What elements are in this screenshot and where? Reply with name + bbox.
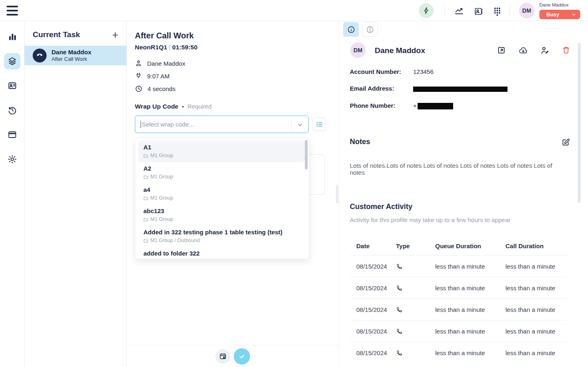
task-timer: 01:59:50	[172, 44, 197, 51]
add-task-button[interactable]	[111, 31, 119, 39]
dropdown-scrollbar[interactable]	[305, 140, 308, 169]
col-type: Type	[396, 242, 435, 249]
top-bar: DM Dane Maddox Busy	[0, 0, 588, 21]
notes-title: Notes	[350, 138, 370, 146]
customer-name: Dane Maddox	[375, 46, 425, 55]
list-icon	[315, 120, 323, 128]
cell-call-duration: less than a minute	[505, 306, 566, 313]
open-profile-button[interactable]	[497, 46, 506, 55]
table-row[interactable]: 08/15/2024 less than a minute less than …	[350, 277, 566, 298]
status-dropdown-button[interactable]: Busy	[539, 10, 580, 19]
user-avatar[interactable]: DM	[519, 3, 534, 18]
activity-table: Date Type Queue Duration Call Duration 0…	[350, 237, 566, 363]
left-rail	[0, 21, 25, 367]
wrap-code-option[interactable]: Added in 322 testing phase 1 table testi…	[139, 226, 305, 247]
sidebar-item-contacts[interactable]	[4, 78, 20, 94]
wrap-code-option[interactable]: abc123 M1 Group	[139, 205, 305, 226]
complete-task-button[interactable]	[234, 348, 250, 365]
plus-icon	[111, 31, 119, 39]
panel-scrollbar[interactable]	[336, 185, 338, 203]
contacts-button[interactable]	[473, 6, 484, 17]
table-row[interactable]: 08/15/2024 less than a minute less than …	[350, 342, 566, 363]
wrap-code-option[interactable]: A1 M1 Group	[139, 141, 305, 162]
required-label: Required	[188, 103, 212, 110]
phone-icon	[396, 285, 435, 291]
download-profile-button[interactable]	[519, 46, 528, 55]
table-row[interactable]: 08/15/2024 less than a minute less than …	[350, 298, 566, 320]
table-header-row: Date Type Queue Duration Call Duration	[350, 237, 566, 255]
tab-insights[interactable]	[362, 22, 378, 37]
contact-card-icon	[7, 81, 17, 91]
agent-desktop: DM Dane Maddox Busy Current Task	[0, 0, 588, 367]
sidebar-item-settings[interactable]	[4, 151, 20, 167]
option-group: M1 Group	[150, 216, 173, 223]
dialpad-button[interactable]	[492, 6, 503, 17]
person-icon	[135, 60, 142, 67]
line-chart-icon	[454, 6, 464, 16]
task-avatar	[33, 49, 47, 62]
wrap-code-option[interactable]: a4 M1 Group	[139, 183, 305, 205]
wrap-code-select[interactable]: Select wrap code...	[135, 116, 309, 133]
folder-icon	[143, 217, 148, 222]
table-row[interactable]: 08/15/2024 less than a minute less than …	[350, 320, 566, 342]
wrap-code-option[interactable]: A2 M1 Group	[139, 162, 305, 183]
chevron-down-icon	[571, 12, 577, 17]
schedule-button[interactable]	[215, 349, 230, 364]
folder-icon	[143, 153, 148, 158]
folder-icon	[143, 238, 148, 243]
gear-icon	[7, 154, 17, 164]
cloud-download-icon	[519, 46, 528, 55]
chevron-down-icon[interactable]	[296, 121, 304, 129]
reporting-button[interactable]	[454, 5, 465, 16]
hamburger-icon[interactable]	[7, 6, 18, 16]
sidebar-item-dashboard[interactable]	[4, 29, 20, 45]
start-time-row: 9:07 AM	[135, 72, 170, 80]
edit-customer-button[interactable]	[540, 46, 549, 55]
cell-call-duration: less than a minute	[505, 263, 566, 270]
tab-profile-info[interactable]	[343, 22, 359, 37]
option-label: abc123	[143, 207, 300, 215]
duration-row: 4 seconds	[135, 85, 175, 93]
clock-icon	[135, 85, 143, 93]
option-label: A2	[143, 165, 300, 173]
browser-icon	[7, 130, 17, 140]
dialpad-icon	[492, 7, 502, 16]
task-list-item[interactable]: Dane Maddox After Call Work	[25, 46, 127, 65]
start-time: 9:07 AM	[147, 73, 170, 80]
cell-queue-duration: less than a minute	[435, 285, 505, 291]
divider	[510, 6, 510, 16]
task-code: NeonR1Q1	[135, 44, 167, 51]
customer-avatar: DM	[350, 42, 366, 58]
plug-icon	[135, 72, 142, 80]
task-meta: NeonR1Q1|01:59:50	[135, 44, 197, 51]
task-panel: Current Task Dane Maddox After Call Work	[25, 21, 127, 367]
cell-date: 08/15/2024	[350, 349, 396, 356]
dot-separator: •	[182, 104, 184, 110]
email-label: Email Address:	[350, 85, 394, 92]
delete-customer-button[interactable]	[562, 46, 571, 55]
email-value-redacted	[413, 85, 508, 92]
account-number-value: 123456	[413, 68, 434, 75]
sidebar-item-browser[interactable]	[4, 127, 20, 143]
option-group: M1 Group / Outbound	[150, 258, 200, 259]
task-duration: 4 seconds	[148, 85, 175, 92]
cell-queue-duration: less than a minute	[435, 306, 505, 313]
sidebar-item-tasks[interactable]	[4, 53, 20, 69]
option-group: M1 Group	[150, 152, 173, 159]
quick-actions-button[interactable]	[419, 3, 434, 18]
lightning-icon	[422, 7, 430, 15]
edit-notes-button[interactable]	[561, 138, 570, 147]
phone-prefix: +	[413, 102, 417, 109]
right-panel-scrollbar[interactable]	[578, 43, 581, 203]
sidebar-item-history[interactable]	[4, 102, 20, 118]
phone-icon	[396, 263, 435, 270]
wrap-code-option[interactable]: added to folder 322 M1 Group / Outbound	[139, 247, 305, 259]
option-label: a4	[143, 186, 300, 194]
cell-call-duration: less than a minute	[505, 349, 566, 356]
task-footer	[127, 345, 339, 367]
cell-date: 08/15/2024	[350, 306, 396, 313]
option-group: M1 Group / Outbound	[150, 237, 200, 244]
contact-row: Dane Maddox	[135, 60, 185, 67]
browse-wrap-codes-button[interactable]	[313, 118, 326, 131]
table-row[interactable]: 08/15/2024 less than a minute less than …	[350, 255, 566, 277]
